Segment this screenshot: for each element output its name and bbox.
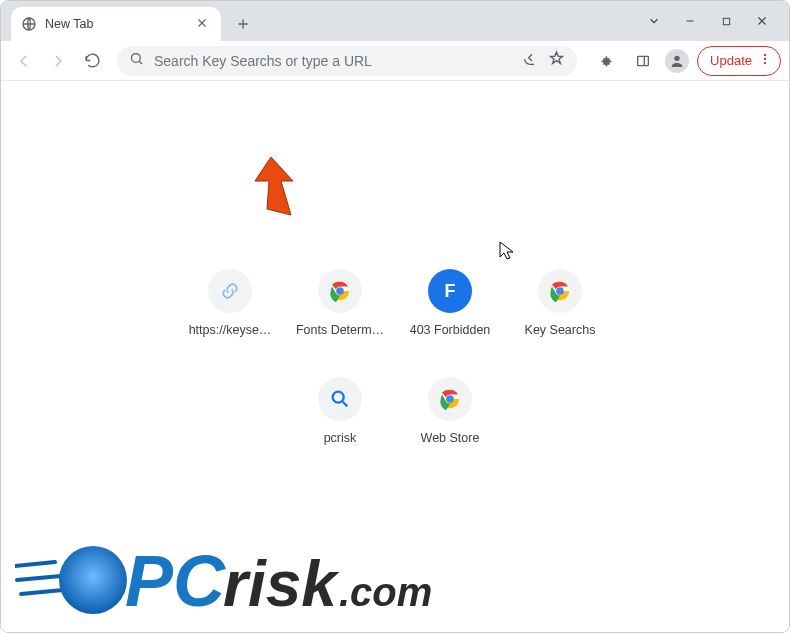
svg-point-4 [674,55,679,60]
shortcut-tile[interactable]: F403 Forbidden [395,261,505,361]
shortcut-tile[interactable]: pcrisk [285,369,395,469]
bookmark-star-icon[interactable] [548,50,565,71]
share-icon[interactable] [522,51,538,71]
svg-point-13 [557,288,563,294]
shortcut-favicon [538,269,582,313]
svg-point-2 [132,54,141,63]
svg-rect-1 [723,18,729,24]
reload-button[interactable] [77,46,107,76]
search-icon [129,51,144,70]
close-window-icon[interactable] [753,12,771,30]
svg-line-20 [17,576,61,580]
shortcut-favicon: F [428,269,472,313]
page-content: https://keyse…Fonts Determ…F403 Forbidde… [1,81,789,632]
toolbar-right: Update [587,46,781,76]
watermark-risk: risk [223,548,340,620]
svg-marker-18 [255,157,293,215]
shortcut-label: Key Searchs [525,323,596,337]
omnibox[interactable] [117,46,577,76]
svg-point-6 [764,58,766,60]
address-input[interactable] [154,53,512,69]
shortcut-favicon [318,269,362,313]
update-label: Update [710,53,752,68]
close-tab-icon[interactable] [195,16,211,32]
chevron-down-icon[interactable] [645,12,663,30]
shortcut-tile[interactable]: Key Searchs [505,261,615,361]
svg-point-14 [333,392,344,403]
new-tab-button[interactable] [229,10,257,38]
toolbar: Update [1,41,789,81]
svg-line-19 [15,562,55,566]
arrow-annotation [249,157,309,231]
back-button[interactable] [9,46,39,76]
maximize-icon[interactable] [717,12,735,30]
watermark-com: .com [339,570,432,614]
shortcut-label: 403 Forbidden [410,323,491,337]
sidepanel-icon[interactable] [629,47,657,75]
watermark-logo: PC risk .com [15,518,475,628]
update-button[interactable]: Update [697,46,781,76]
shortcut-label: Web Store [421,431,480,445]
svg-point-5 [764,54,766,56]
shortcut-favicon [318,377,362,421]
shortcut-label: pcrisk [324,431,357,445]
menu-dots-icon[interactable] [758,52,772,69]
shortcut-favicon [428,377,472,421]
window-controls [645,1,789,41]
svg-point-17 [447,396,453,402]
tab-active[interactable]: New Tab [11,7,221,41]
svg-point-22 [59,546,127,614]
tabstrip: New Tab [1,1,257,41]
tab-title: New Tab [45,17,195,31]
svg-rect-3 [638,56,649,65]
shortcuts-grid: https://keyse…Fonts Determ…F403 Forbidde… [175,261,615,469]
forward-button[interactable] [43,46,73,76]
svg-point-10 [337,288,343,294]
shortcut-tile[interactable]: Web Store [395,369,505,469]
shortcut-tile[interactable]: https://keyse… [175,261,285,361]
extensions-icon[interactable] [593,47,621,75]
shortcut-label: https://keyse… [189,323,272,337]
minimize-icon[interactable] [681,12,699,30]
svg-point-7 [764,62,766,64]
titlebar: New Tab [1,1,789,41]
shortcut-favicon [208,269,252,313]
profile-avatar[interactable] [665,49,689,73]
svg-line-21 [21,590,63,594]
globe-icon [21,16,37,32]
watermark-pc: PC [125,541,226,621]
shortcut-tile[interactable]: Fonts Determ… [285,261,395,361]
shortcut-label: Fonts Determ… [296,323,384,337]
